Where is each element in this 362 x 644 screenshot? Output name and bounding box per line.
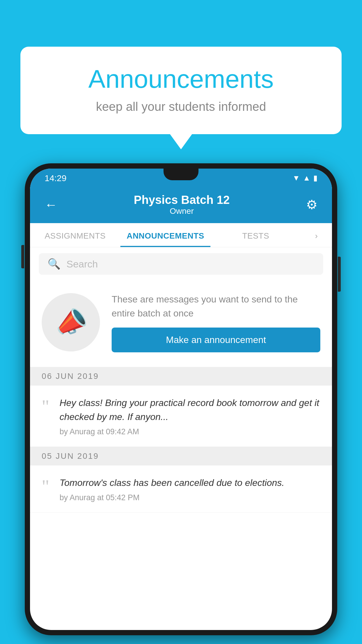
phone-container: 14:29 ▼ ▲ ▮ ← Physics Batch 12 Owner ⚙ <box>25 163 337 635</box>
speech-bubble: Announcements keep all your students inf… <box>20 47 342 134</box>
phone-frame: 14:29 ▼ ▲ ▮ ← Physics Batch 12 Owner ⚙ <box>25 163 337 635</box>
phone-screen: 14:29 ▼ ▲ ▮ ← Physics Batch 12 Owner ⚙ <box>30 169 332 630</box>
empty-state: 📣 These are messages you want to send to… <box>30 281 332 367</box>
header-subtitle: Owner <box>134 206 230 216</box>
notch <box>164 169 198 180</box>
tab-more[interactable]: › <box>301 223 332 247</box>
quote-icon-1: " <box>42 397 49 416</box>
announcement-icon-circle: 📣 <box>42 293 100 351</box>
tab-assignments[interactable]: ASSIGNMENTS <box>30 223 120 247</box>
status-icons: ▼ ▲ ▮ <box>293 174 317 183</box>
announcement-item-2[interactable]: " Tomorrow's class has been cancelled du… <box>30 466 332 513</box>
date-label-2: 05 JUN 2019 <box>42 452 99 461</box>
more-tabs-icon: › <box>315 231 318 240</box>
app-header: ← Physics Batch 12 Owner ⚙ <box>30 188 332 223</box>
announcement-content-1: Hey class! Bring your practical record b… <box>59 396 320 436</box>
bubble-subtitle: keep all your students informed <box>44 100 318 114</box>
tab-tests[interactable]: TESTS <box>210 223 301 247</box>
empty-state-description: These are messages you want to send to t… <box>112 292 320 320</box>
search-bar[interactable]: 🔍 Search <box>39 253 323 275</box>
wifi-icon: ▼ <box>293 174 300 183</box>
back-button[interactable]: ← <box>45 197 57 212</box>
announcement-meta-2: by Anurag at 05:42 PM <box>59 493 320 502</box>
date-separator-2: 05 JUN 2019 <box>30 447 332 466</box>
status-bar: 14:29 ▼ ▲ ▮ <box>30 169 332 188</box>
announcement-meta-1: by Anurag at 09:42 AM <box>59 427 320 436</box>
search-container: 🔍 Search <box>30 247 332 281</box>
announcement-item-1[interactable]: " Hey class! Bring your practical record… <box>30 386 332 447</box>
make-announcement-button[interactable]: Make an announcement <box>112 328 320 352</box>
announcement-text-2: Tomorrow's class has been cancelled due … <box>59 476 320 490</box>
speech-bubble-container: Announcements keep all your students inf… <box>20 47 342 134</box>
announcement-text-1: Hey class! Bring your practical record b… <box>59 396 320 424</box>
battery-icon: ▮ <box>313 174 317 183</box>
bubble-title: Announcements <box>44 64 318 94</box>
gear-icon[interactable]: ⚙ <box>306 197 317 212</box>
date-label-1: 06 JUN 2019 <box>42 372 99 381</box>
quote-icon-2: " <box>42 477 49 496</box>
status-time: 14:29 <box>45 173 66 183</box>
empty-state-right: These are messages you want to send to t… <box>112 292 320 352</box>
tab-announcements[interactable]: ANNOUNCEMENTS <box>120 223 211 247</box>
search-icon: 🔍 <box>48 258 61 270</box>
date-separator-1: 06 JUN 2019 <box>30 367 332 386</box>
header-title: Physics Batch 12 <box>134 193 230 206</box>
signal-icon: ▲ <box>303 174 310 183</box>
header-title-block: Physics Batch 12 Owner <box>134 193 230 216</box>
megaphone-icon: 📣 <box>51 303 90 341</box>
tabs-bar: ASSIGNMENTS ANNOUNCEMENTS TESTS › <box>30 223 332 247</box>
announcement-content-2: Tomorrow's class has been cancelled due … <box>59 476 320 502</box>
search-placeholder: Search <box>66 258 98 270</box>
